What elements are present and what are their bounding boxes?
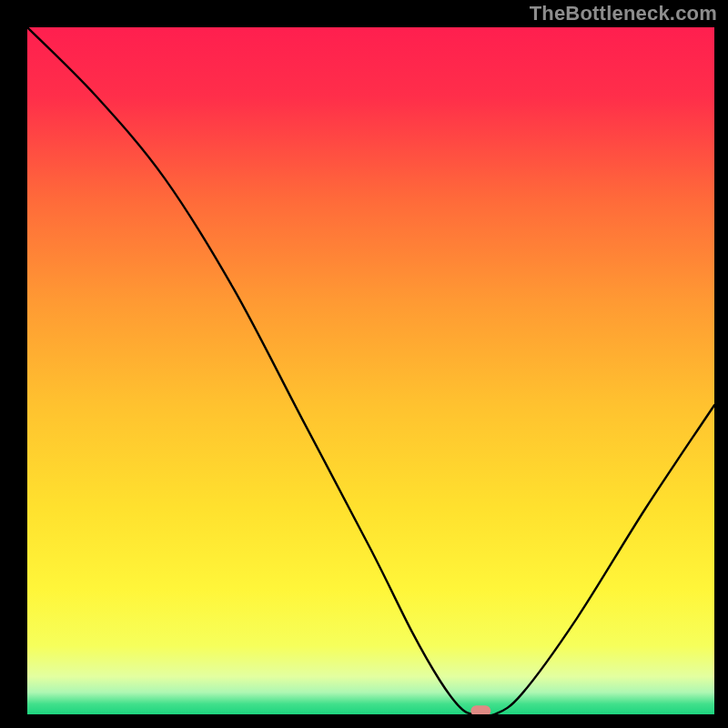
chart-svg xyxy=(27,27,714,714)
optimal-point-marker xyxy=(470,705,490,714)
chart-container: TheBottleneck.com xyxy=(0,0,728,728)
watermark-text: TheBottleneck.com xyxy=(530,2,717,25)
plot-area xyxy=(27,27,714,714)
gradient-background xyxy=(27,27,714,714)
